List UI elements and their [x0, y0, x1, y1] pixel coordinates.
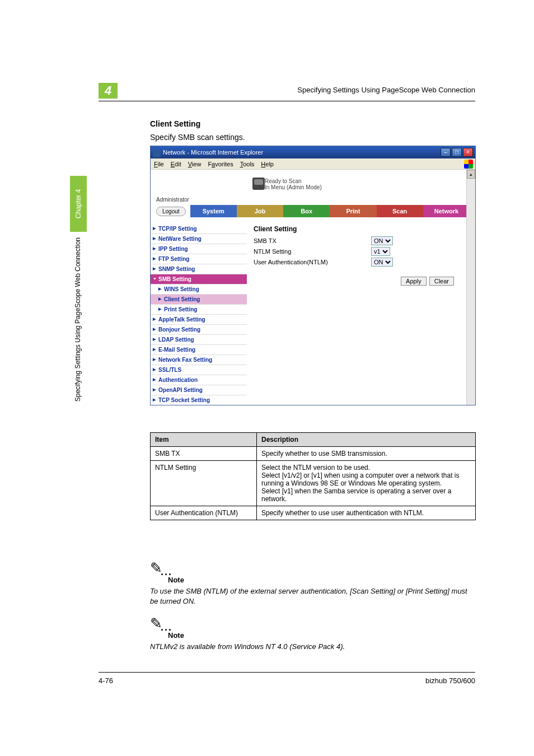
table-row: User Authentication (NTLM) Specify wheth…: [151, 506, 476, 520]
th-item: Item: [151, 433, 257, 447]
th-desc: Description: [257, 433, 476, 447]
sidebar-item-snmp[interactable]: SNMP Setting: [151, 264, 247, 274]
windows-flag-icon: [464, 160, 473, 169]
tab-network[interactable]: Network: [423, 205, 470, 217]
select-ntlm[interactable]: v1: [371, 247, 390, 256]
menu-edit[interactable]: Edit: [171, 161, 181, 167]
sidebar-item-printsetting[interactable]: Print Setting: [151, 305, 247, 315]
logout-row: Logout System Job Box Print Scan Network: [151, 205, 475, 221]
sidebar-item-tcpsocket[interactable]: TCP Socket Setting: [151, 395, 247, 405]
tab-system[interactable]: System: [190, 205, 237, 217]
sidebar-item-ldap[interactable]: LDAP Setting: [151, 335, 247, 345]
side-chapter-tab: Chapter 4: [70, 176, 87, 232]
tab-print[interactable]: Print: [330, 205, 376, 217]
minimize-button[interactable]: –: [441, 148, 451, 157]
tab-job[interactable]: Job: [237, 205, 283, 217]
header-rule: [99, 101, 475, 101]
table-header-row: Item Description: [151, 433, 476, 447]
form-row-userauth: User Authentication(NTLM) ON: [254, 258, 460, 267]
footer-model: bizhub 750/600: [425, 676, 475, 685]
main-tabs: System Job Box Print Scan Network: [190, 205, 470, 217]
note-body-1: To use the SMB (NTLM) of the external se…: [150, 586, 476, 606]
label-smbtx: SMB TX: [254, 237, 371, 244]
description-table: Item Description SMB TX Specify whether …: [150, 432, 476, 520]
form-row-smbtx: SMB TX ON: [254, 236, 460, 245]
status-banner: Ready to Scan In Menu (Admin Mode): [151, 170, 475, 199]
side-strip: Chapter 4 Specifying Settings Using Page…: [70, 176, 87, 607]
section-title: Client Setting: [150, 119, 200, 128]
menu-view[interactable]: View: [188, 161, 202, 167]
sidebar-item-ipp[interactable]: IPP Setting: [151, 244, 247, 254]
menu-file[interactable]: File: [154, 161, 164, 167]
sidebar: TCP/IP Setting NetWare Setting IPP Setti…: [151, 221, 247, 405]
side-section-label: Specifying Settings Using PageScope Web …: [74, 237, 82, 402]
apply-button[interactable]: Apply: [401, 277, 427, 286]
sidebar-item-ssltls[interactable]: SSL/TLS: [151, 365, 247, 375]
scrollbar[interactable]: ▴: [466, 170, 475, 405]
device-icon: [252, 178, 265, 190]
body-row: TCP/IP Setting NetWare Setting IPP Setti…: [151, 221, 466, 405]
window-controls: – □ ×: [441, 148, 473, 157]
table-row: SMB TX Specify whether to use SMB transm…: [151, 447, 476, 461]
table-row: NTLM Setting Select the NTLM version to …: [151, 461, 476, 506]
sidebar-item-email[interactable]: E-Mail Setting: [151, 345, 247, 355]
chapter-number-box: 4: [99, 83, 118, 99]
form-heading: Client Setting: [254, 225, 460, 233]
section-subtitle: Specify SMB scan settings.: [150, 133, 245, 142]
sidebar-item-ftp[interactable]: FTP Setting: [151, 254, 247, 264]
main-pane: Client Setting SMB TX ON NTLM Setting v1…: [247, 221, 466, 405]
td-desc: Select the NTLM version to be used. Sele…: [257, 461, 476, 506]
browser-menubar: File Edit View Favorites Tools Help: [151, 158, 475, 170]
select-userauth[interactable]: ON: [371, 258, 393, 267]
tab-scan[interactable]: Scan: [377, 205, 423, 217]
browser-window-title: Network - Microsoft Internet Explorer: [153, 149, 441, 156]
sidebar-item-networkfax[interactable]: Network Fax Setting: [151, 355, 247, 365]
form-row-ntlm: NTLM Setting v1: [254, 247, 460, 256]
td-desc: Specify whether to use user authenticati…: [257, 506, 476, 520]
clear-button[interactable]: Clear: [429, 277, 454, 286]
note-block-1: ✎... Note To use the SMB (NTLM) of the e…: [150, 559, 476, 606]
tab-box[interactable]: Box: [283, 205, 330, 217]
sidebar-item-client[interactable]: Client Setting: [151, 295, 247, 305]
note-body-2: NTLMv2 is available from Windows NT 4.0 …: [150, 642, 476, 652]
note-block-2: ✎... Note NTLMv2 is available from Windo…: [150, 615, 476, 652]
close-button[interactable]: ×: [463, 148, 473, 157]
maximize-button[interactable]: □: [452, 148, 462, 157]
menu-favorites[interactable]: Favorites: [208, 161, 233, 167]
footer-rule: [99, 672, 475, 673]
browser-window: Network - Microsoft Internet Explorer – …: [150, 146, 476, 405]
label-userauth: User Authentication(NTLM): [254, 259, 371, 265]
banner-line1: Ready to Scan: [265, 178, 322, 184]
sidebar-item-bonjour[interactable]: Bonjour Setting: [151, 325, 247, 335]
note-label: Note: [168, 631, 476, 640]
sidebar-item-tcpip[interactable]: TCP/IP Setting: [151, 224, 247, 234]
td-item: NTLM Setting: [151, 461, 257, 506]
sidebar-item-netware[interactable]: NetWare Setting: [151, 234, 247, 244]
browser-content: ▴ Ready to Scan In Menu (Admin Mode) Adm…: [151, 170, 475, 405]
sidebar-item-appletalk[interactable]: AppleTalk Setting: [151, 315, 247, 325]
menu-tools[interactable]: Tools: [240, 161, 255, 167]
sidebar-item-openapi[interactable]: OpenAPI Setting: [151, 385, 247, 395]
note-label: Note: [168, 576, 476, 584]
td-item: User Authentication (NTLM): [151, 506, 257, 520]
td-item: SMB TX: [151, 447, 257, 461]
browser-titlebar: Network - Microsoft Internet Explorer – …: [151, 146, 475, 158]
logout-button[interactable]: Logout: [156, 207, 186, 216]
sidebar-item-smb[interactable]: SMB Setting: [151, 274, 247, 284]
label-ntlm: NTLM Setting: [254, 248, 371, 255]
footer-page-number: 4-76: [99, 676, 113, 685]
td-desc: Specify whether to use SMB transmission.: [257, 447, 476, 461]
button-row: Apply Clear: [254, 277, 460, 286]
menu-help[interactable]: Help: [261, 161, 274, 167]
side-chapter-label: Chapter 4: [74, 189, 82, 219]
select-smbtx[interactable]: ON: [371, 236, 393, 245]
header-title: Specifying Settings Using PageScope Web …: [297, 86, 475, 94]
sidebar-item-wins[interactable]: WINS Setting: [151, 284, 247, 295]
sidebar-item-auth[interactable]: Authentication: [151, 375, 247, 385]
banner-line2: In Menu (Admin Mode): [265, 184, 322, 190]
